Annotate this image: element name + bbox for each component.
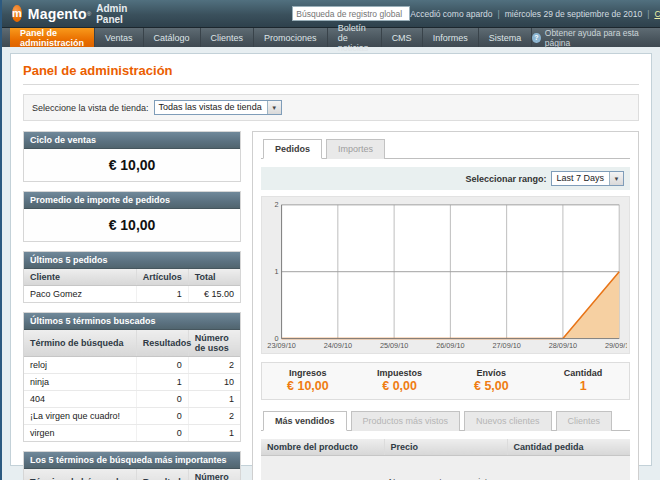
help-icon [532, 33, 541, 43]
grids-tabs: Más vendidos Productos más vistos Nuevos… [261, 411, 630, 431]
stat-label: Ingresos [262, 368, 354, 378]
chevron-down-icon [609, 172, 623, 185]
cell: 2 [188, 408, 240, 425]
diagram-tabs: Pedidos Importes [261, 139, 630, 159]
cell: ¡La virgen que cuadro! [24, 408, 136, 425]
cell: 1 [188, 391, 240, 408]
nav-item-boletin-de-noticias[interactable]: Boletín de noticias [328, 28, 382, 47]
stat-label: Envíos [446, 368, 538, 378]
global-search [292, 6, 410, 21]
store-view-select[interactable]: Todas las vistas de tienda [154, 100, 282, 115]
cell: 1 [136, 286, 188, 303]
nav-list: Panel de administraciónVentasCatálogoCli… [10, 28, 532, 47]
last-orders-widget: Últimos 5 pedidos ClienteArtículosTotalP… [23, 251, 241, 303]
bestsellers-table: Nombre del productoPrecioCantidad pedida… [261, 439, 630, 480]
nav-item-sistema[interactable]: Sistema [479, 28, 533, 47]
trademark-symbol: ® [87, 11, 91, 17]
cell: 404 [24, 391, 136, 408]
svg-text:25/09/10: 25/09/10 [380, 341, 408, 350]
table-row[interactable]: ¡La virgen que cuadro!02 [24, 408, 240, 425]
left-column: Ciclo de ventas € 10,00 Promedio de impo… [23, 131, 241, 480]
lifetime-sales-widget: Ciclo de ventas € 10,00 [23, 131, 241, 182]
logout-link[interactable]: Cerrar Sesión [654, 9, 660, 19]
table-row[interactable]: reloj02 [24, 357, 240, 374]
column-header: Precio [384, 439, 507, 456]
last-search-terms-widget: Últimos 5 términos buscados Término de b… [23, 312, 241, 442]
stat-label: Cantidad [537, 368, 629, 378]
range-bar: Seleccionar rango: Last 7 Days [261, 167, 630, 190]
column-header: Término de búsqueda [24, 330, 136, 357]
cell: ninja [24, 374, 136, 391]
stat-value: 1 [537, 379, 629, 393]
separator: | [497, 9, 499, 19]
nav-item-panel-de-administracion[interactable]: Panel de administración [10, 28, 95, 47]
tab-importes[interactable]: Importes [326, 139, 385, 159]
cell: 0 [136, 408, 188, 425]
cell: virgen [24, 425, 136, 442]
svg-text:2: 2 [275, 200, 279, 209]
header-row: Término de búsquedaResultadosNúmero de u… [24, 469, 240, 480]
column-header: Número de usos [188, 469, 240, 480]
app-title: Admin Panel [96, 3, 127, 25]
header-row: Término de búsquedaResultadosNúmero de u… [24, 330, 240, 357]
nav-item-informes[interactable]: Informes [423, 28, 479, 47]
widget-title: Los 5 términos de búsqueda más important… [24, 452, 240, 469]
top-search-terms-widget: Los 5 términos de búsqueda más important… [23, 451, 241, 480]
table-row[interactable]: virgen01 [24, 425, 240, 442]
nav-item-ventas[interactable]: Ventas [95, 28, 144, 47]
table-row[interactable]: ninja110 [24, 374, 240, 391]
stat-value: € 0,00 [354, 379, 446, 393]
column-header: Artículos [136, 269, 188, 286]
content-wrapper: Panel de administración Seleccione la vi… [10, 53, 652, 466]
last-orders-table: ClienteArtículosTotalPaco Gomez1€ 15.00 [24, 269, 240, 302]
svg-text:26/09/10: 26/09/10 [436, 341, 464, 350]
tab-mas-vendidos[interactable]: Más vendidos [263, 411, 347, 431]
header: Magento ® Admin Panel Accedió como apard… [2, 0, 660, 28]
widget-title: Últimos 5 pedidos [24, 252, 240, 269]
store-switcher-bar: Seleccione la vista de tienda: Todas las… [23, 94, 639, 121]
widget-title: Promedio de importe de pedidos [24, 192, 240, 209]
help-area[interactable]: Obtener ayuda para esta página [532, 28, 660, 47]
table-row[interactable]: Paco Gomez1€ 15.00 [24, 286, 240, 303]
page-title: Panel de administración [23, 63, 639, 85]
cell: 0 [136, 391, 188, 408]
stat-ingresos: Ingresos € 10,00 [262, 363, 354, 399]
cell: 1 [136, 374, 188, 391]
nav-item-catalogo[interactable]: Catálogo [144, 28, 201, 47]
column-header: Número de usos [188, 330, 240, 357]
nav-item-clientes[interactable]: Clientes [201, 28, 255, 47]
column-header: Cantidad pedida [507, 439, 630, 456]
range-select[interactable]: Last 7 Days [551, 171, 624, 186]
totals-bar: Ingresos € 10,00 Impuestos € 0,00 Envíos… [261, 362, 630, 400]
chevron-down-icon [267, 101, 281, 114]
svg-text:27/09/10: 27/09/10 [492, 341, 520, 350]
empty-row: No se encontraron registros. [261, 456, 630, 480]
cell: € 15.00 [188, 286, 240, 303]
header-row: Nombre del productoPrecioCantidad pedida [261, 439, 630, 456]
stat-cantidad: Cantidad 1 [537, 363, 629, 399]
help-link-label: Obtener ayuda para esta página [545, 28, 650, 48]
tab-pedidos[interactable]: Pedidos [263, 139, 322, 159]
tab-nuevos-clientes: Nuevos clientes [464, 411, 552, 431]
empty-message: No se encontraron registros. [261, 456, 630, 480]
table-row[interactable]: 40401 [24, 391, 240, 408]
average-orders-value: € 10,00 [24, 209, 240, 241]
cell: 0 [136, 425, 188, 442]
column-header: Resultados [136, 330, 188, 357]
separator: | [647, 9, 649, 19]
stat-impuestos: Impuestos € 0,00 [354, 363, 446, 399]
nav-item-cms[interactable]: CMS [382, 28, 423, 47]
right-column: Pedidos Importes Seleccionar rango: Last… [252, 131, 639, 480]
column-header: Resultados [136, 469, 188, 480]
store-switcher-label: Seleccione la vista de tienda: [32, 103, 149, 113]
tab-clientes: Clientes [556, 411, 613, 431]
range-label: Seleccionar rango: [465, 174, 546, 184]
logged-in-as: Accedió como apardo [410, 9, 492, 19]
stat-value: € 10,00 [262, 379, 354, 393]
global-search-input[interactable] [292, 6, 410, 21]
header-row: ClienteArtículosTotal [24, 269, 240, 286]
nav-item-promociones[interactable]: Promociones [254, 28, 328, 47]
current-date: miércoles 29 de septiembre de 2010 [505, 9, 643, 19]
orders-chart-svg: 01223/09/1024/09/1025/09/1026/09/1027/09… [264, 199, 627, 351]
stat-value: € 5,00 [446, 379, 538, 393]
